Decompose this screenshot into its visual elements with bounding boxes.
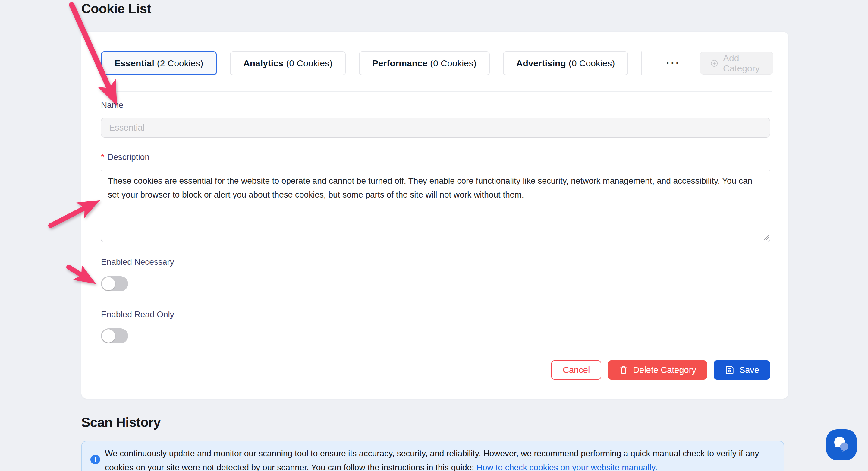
name-label-text: Name bbox=[101, 100, 124, 110]
tab-advertising[interactable]: Advertising (0 Cookies) bbox=[503, 51, 628, 76]
page-title: Cookie List bbox=[82, 0, 151, 18]
tabs-divider bbox=[101, 91, 772, 92]
toggle-knob bbox=[102, 277, 115, 290]
chat-bubbles-icon bbox=[831, 434, 852, 455]
category-tabs-row: Essential (2 Cookies) Analytics (0 Cooki… bbox=[101, 51, 772, 76]
delete-button-label: Delete Category bbox=[633, 365, 696, 375]
description-field-wrap: These cookies are essential for the webs… bbox=[101, 169, 770, 242]
tab-advertising-label: Advertising bbox=[516, 58, 566, 68]
required-asterisk: * bbox=[101, 152, 104, 162]
tab-essential-label: Essential bbox=[115, 58, 154, 68]
enabled-necessary-toggle[interactable] bbox=[101, 276, 128, 291]
form-actions-row: Cancel Delete Category Save bbox=[551, 360, 770, 380]
banner-text-before-link: We continuously update and monitor our s… bbox=[105, 449, 759, 471]
delete-category-button[interactable]: Delete Category bbox=[608, 360, 707, 380]
banner-text-after-link: . bbox=[655, 463, 657, 471]
trash-icon bbox=[619, 365, 628, 375]
info-icon: i bbox=[90, 455, 100, 464]
save-button[interactable]: Save bbox=[714, 360, 770, 380]
tab-analytics-count: (0 Cookies) bbox=[286, 58, 333, 68]
tabs-overflow-ellipsis[interactable]: ··· bbox=[666, 51, 681, 76]
tab-clipped-partial[interactable] bbox=[641, 51, 642, 76]
cookie-category-card: Essential (2 Cookies) Analytics (0 Cooki… bbox=[82, 32, 788, 399]
chat-widget-button[interactable] bbox=[826, 430, 857, 460]
tab-performance[interactable]: Performance (0 Cookies) bbox=[359, 51, 490, 76]
name-label: Name bbox=[101, 100, 124, 110]
tab-performance-count: (0 Cookies) bbox=[430, 58, 476, 68]
scan-history-info-banner: i We continuously update and monitor our… bbox=[82, 441, 784, 471]
tab-essential[interactable]: Essential (2 Cookies) bbox=[101, 51, 217, 76]
manual-check-guide-link[interactable]: How to check cookies on your website man… bbox=[476, 463, 655, 471]
tab-analytics[interactable]: Analytics (0 Cookies) bbox=[230, 51, 346, 76]
tab-analytics-label: Analytics bbox=[243, 58, 283, 68]
scan-history-title: Scan History bbox=[82, 414, 161, 431]
tab-essential-count: (2 Cookies) bbox=[157, 58, 203, 68]
description-textarea[interactable]: These cookies are essential for the webs… bbox=[101, 169, 770, 242]
save-icon bbox=[724, 365, 735, 375]
tab-performance-label: Performance bbox=[372, 58, 427, 68]
name-input[interactable] bbox=[101, 118, 770, 138]
plus-circle-icon bbox=[710, 58, 718, 69]
cancel-button[interactable]: Cancel bbox=[551, 360, 601, 380]
enabled-necessary-label: Enabled Necessary bbox=[101, 257, 174, 267]
enabled-read-only-label-text: Enabled Read Only bbox=[101, 310, 174, 319]
enabled-read-only-label: Enabled Read Only bbox=[101, 310, 174, 319]
description-label-text: Description bbox=[107, 152, 150, 162]
description-label: * Description bbox=[101, 152, 150, 162]
banner-text: We continuously update and monitor our s… bbox=[105, 446, 772, 471]
save-button-label: Save bbox=[739, 365, 759, 375]
tab-advertising-count: (0 Cookies) bbox=[569, 58, 615, 68]
add-category-label: Add Category bbox=[723, 53, 763, 73]
info-icon-glyph: i bbox=[94, 456, 96, 463]
toggle-knob bbox=[102, 329, 115, 343]
add-category-button[interactable]: Add Category bbox=[700, 52, 773, 75]
enabled-necessary-label-text: Enabled Necessary bbox=[101, 257, 174, 267]
enabled-read-only-toggle[interactable] bbox=[101, 328, 128, 344]
cancel-button-label: Cancel bbox=[563, 365, 590, 375]
